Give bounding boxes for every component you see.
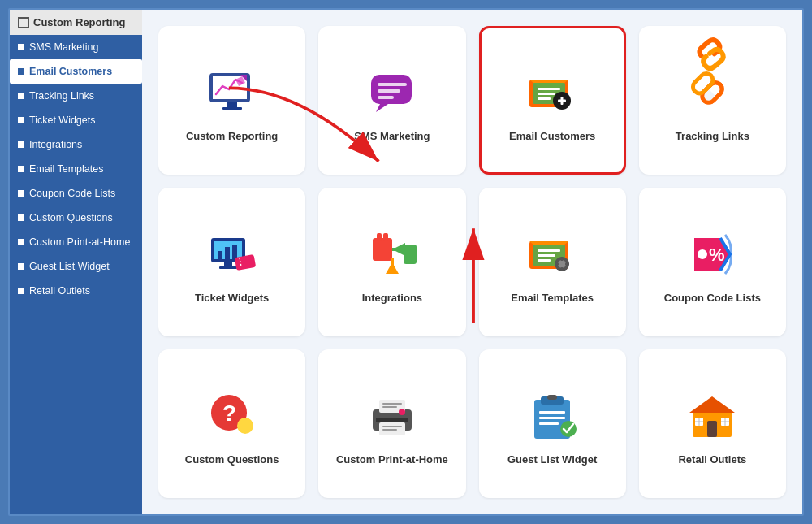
svg-rect-29 [224,262,232,266]
svg-rect-30 [219,266,237,269]
custom-print-at-home-icon [363,387,421,445]
sidebar-header-label: Custom Reporting [33,16,125,28]
sidebar-item-coupon-code-lists[interactable]: Coupon Code Lists [10,181,142,206]
ticket-widgets-icon [203,225,261,284]
card-custom-questions[interactable]: ? Custom Questions [158,349,305,498]
svg-rect-9 [378,89,400,93]
checkbox-icon [18,17,29,28]
sms-marketing-icon [363,63,421,122]
sidebar-item-label: SMS Marketing [29,41,98,53]
card-label: Email Templates [511,292,594,304]
card-label: Integrations [362,292,422,304]
svg-text:?: ? [222,401,236,426]
bullet-icon [18,288,24,294]
svg-rect-14 [538,88,560,90]
bullet-icon [18,263,24,270]
card-sms-marketing[interactable]: SMS Marketing [318,26,465,175]
sidebar-item-label: Custom Print-at-Home [29,236,130,248]
card-ticket-widgets[interactable]: Ticket Widgets [158,188,305,336]
svg-rect-62 [376,418,408,422]
guest-list-widget-icon [523,387,581,445]
sidebar-item-custom-questions[interactable]: Custom Questions [10,206,142,230]
svg-rect-19 [561,97,564,105]
svg-rect-72 [539,417,565,419]
svg-rect-35 [383,233,388,241]
card-label: Retail Outlets [678,453,746,466]
card-custom-reporting[interactable]: Custom Reporting [158,26,305,175]
card-label: Tracking Links [676,130,749,142]
svg-point-48 [558,260,566,268]
svg-rect-16 [538,97,551,100]
bullet-icon [18,44,24,50]
sidebar-item-email-templates[interactable]: Email Templates [10,157,142,181]
svg-rect-45 [538,254,555,257]
sidebar-item-label: Integrations [29,139,82,150]
bullet-icon [18,190,24,197]
sidebar-header: Custom Reporting [10,10,142,35]
svg-point-63 [399,409,405,415]
email-templates-icon [523,225,581,284]
svg-rect-27 [225,247,230,259]
sidebar-item-label: Tracking Links [29,90,94,102]
sidebar-item-tracking-links[interactable]: Tracking Links [10,84,142,108]
sidebar-item-ticket-widgets[interactable]: Ticket Widgets [10,108,142,132]
svg-point-58 [237,418,253,434]
svg-rect-44 [538,249,560,252]
card-retail-outlets[interactable]: Retail Outlets [639,349,786,498]
card-label: Custom Reporting [186,130,278,142]
svg-rect-66 [382,426,402,427]
card-email-templates[interactable]: Email Templates [479,188,626,336]
sidebar-item-email-customers[interactable]: Email Customers [10,59,142,84]
coupon-code-lists-icon: % [683,225,741,284]
bullet-icon [18,117,24,123]
card-label: Ticket Widgets [195,292,269,304]
bullet-icon [18,141,24,148]
svg-rect-73 [539,422,559,425]
card-tracking-links[interactable]: Tracking Links [639,26,786,175]
sidebar-item-label: Retail Outlets [29,285,90,297]
sidebar-item-integrations[interactable]: Integrations [10,132,142,157]
sidebar-item-label: Email Templates [29,163,103,175]
card-integrations[interactable]: Integrations [318,188,465,336]
tracking-links-icon [683,63,741,122]
bullet-icon [18,214,24,221]
bullet-icon [18,93,24,99]
integrations-icon [363,225,421,284]
sidebar-item-guest-list-widget[interactable]: Guest List Widget [10,254,142,279]
sidebar-item-label: Custom Questions [29,212,113,223]
card-label: Custom Print-at-Home [336,453,448,466]
svg-rect-71 [539,411,565,414]
card-grid: Custom Reporting SMS Marketing [158,26,786,498]
sidebar-item-label: Guest List Widget [29,261,110,272]
bullet-icon [18,68,24,75]
svg-rect-33 [373,238,392,261]
custom-questions-icon: ? [203,387,261,445]
svg-rect-15 [538,93,555,95]
sidebar: Custom Reporting SMS Marketing Email Cus… [10,10,142,514]
bullet-icon [18,239,24,245]
card-custom-print-at-home[interactable]: Custom Print-at-Home [318,349,465,498]
card-label: SMS Marketing [354,130,430,142]
svg-rect-26 [218,251,222,259]
svg-point-53 [698,249,707,259]
email-customers-icon [523,63,581,122]
sidebar-item-label: Coupon Code Lists [29,188,115,199]
card-coupon-code-lists[interactable]: % Coupon Code Lists [639,188,786,336]
sidebar-item-label: Email Customers [29,66,112,77]
card-label: Email Customers [509,130,595,142]
svg-rect-34 [377,233,382,241]
svg-rect-3 [222,107,242,110]
svg-rect-64 [382,403,402,405]
card-email-customers[interactable]: Email Customers [479,26,626,175]
sidebar-item-sms-marketing[interactable]: SMS Marketing [10,35,142,59]
retail-outlets-icon [683,387,741,445]
svg-rect-28 [232,245,237,259]
card-guest-list-widget[interactable]: Guest List Widget [479,349,626,498]
sidebar-item-label: Ticket Widgets [29,115,96,126]
svg-text:%: % [709,245,725,265]
svg-rect-65 [382,406,397,408]
custom-reporting-icon [203,63,261,122]
sidebar-item-retail-outlets[interactable]: Retail Outlets [10,279,142,303]
card-label: Guest List Widget [508,453,597,466]
sidebar-item-custom-print-at-home[interactable]: Custom Print-at-Home [10,230,142,254]
